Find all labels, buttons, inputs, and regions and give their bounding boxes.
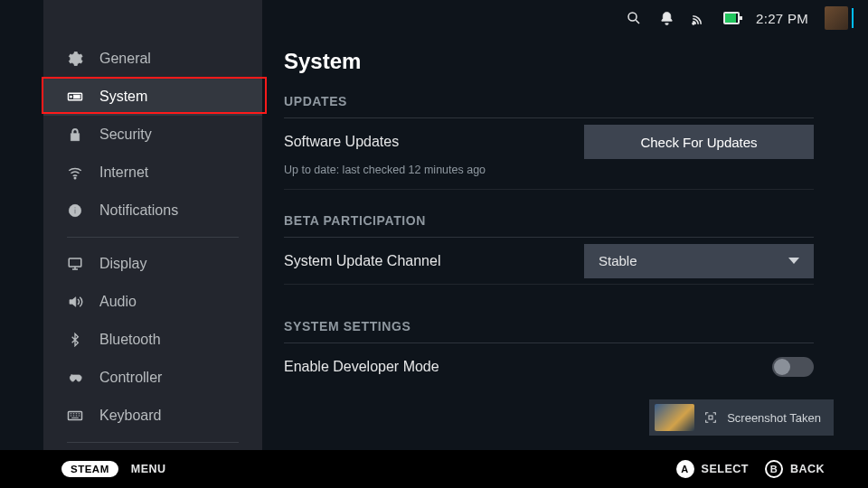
sidebar-item-security[interactable]: Security (43, 116, 262, 154)
section-heading-beta: BETA PARTICIPATION (284, 213, 814, 228)
sidebar-item-keyboard[interactable]: Keyboard (43, 397, 262, 435)
sidebar-divider (67, 442, 239, 443)
sidebar-item-label: Keyboard (99, 408, 162, 424)
battery-icon (723, 10, 740, 26)
page-title: System (284, 49, 814, 74)
update-channel-select[interactable]: Stable (584, 244, 814, 278)
bluetooth-icon (67, 332, 83, 348)
frame-icon (703, 410, 718, 425)
toggle-knob (774, 359, 790, 375)
lock-icon (67, 127, 83, 143)
update-channel-value: Stable (599, 253, 637, 268)
sidebar-item-bluetooth[interactable]: Bluetooth (43, 321, 262, 359)
hint-select-label: SELECT (702, 463, 749, 475)
info-icon (67, 202, 83, 219)
hint-back: B BACK (765, 460, 825, 478)
toast-label: Screenshot Taken (727, 411, 821, 425)
footer-left: STEAM MENU (61, 461, 166, 477)
row-developer-mode: Enable Developer Mode (284, 343, 814, 390)
hint-select: A SELECT (676, 460, 749, 478)
settings-sidebar: General System Security Internet Notific… (43, 0, 262, 452)
sidebar-item-audio[interactable]: Audio (43, 283, 262, 321)
sidebar-item-system[interactable]: System (43, 78, 262, 116)
sidebar-item-notifications[interactable]: Notifications (43, 192, 262, 230)
audio-icon (67, 294, 83, 310)
svg-rect-6 (74, 207, 75, 208)
footer-right: A SELECT B BACK (676, 460, 825, 478)
sidebar-divider (67, 237, 239, 238)
main-content: System UPDATES Software Updates Check Fo… (284, 49, 814, 443)
section-heading-updates: UPDATES (284, 94, 814, 108)
b-button-icon: B (765, 460, 783, 478)
sidebar-item-label: System (99, 89, 147, 105)
sidebar-item-controller[interactable]: Controller (43, 359, 262, 397)
sidebar-item-internet[interactable]: Internet (43, 154, 262, 192)
device-icon (67, 89, 83, 105)
sidebar-item-label: Security (99, 127, 152, 143)
svg-rect-2 (74, 95, 80, 99)
steam-button[interactable]: STEAM (61, 461, 118, 477)
svg-rect-5 (74, 210, 75, 214)
menu-label: MENU (131, 463, 166, 475)
developer-mode-toggle[interactable] (772, 357, 814, 377)
row-divider (284, 189, 814, 190)
sidebar-item-label: Controller (99, 370, 162, 386)
sidebar-item-display[interactable]: Display (43, 245, 262, 283)
sidebar-item-label: Internet (99, 164, 148, 181)
developer-mode-label: Enable Developer Mode (284, 359, 439, 375)
updates-status-text: Up to date: last checked 12 minutes ago (284, 164, 814, 176)
footer-bar: STEAM MENU A SELECT B BACK (0, 450, 868, 488)
chevron-down-icon (788, 258, 799, 264)
svg-rect-7 (69, 258, 81, 267)
sidebar-item-label: General (99, 51, 151, 67)
row-update-channel: System Update Channel Stable (284, 238, 814, 285)
wifi-icon (67, 164, 83, 181)
check-for-updates-button[interactable]: Check For Updates (584, 125, 814, 159)
cast-icon[interactable] (691, 10, 707, 26)
update-channel-label: System Update Channel (284, 253, 440, 269)
svg-point-10 (693, 23, 694, 24)
a-button-icon: A (676, 460, 694, 478)
hint-back-label: BACK (790, 463, 825, 475)
screenshot-toast: Screenshot Taken (649, 399, 834, 436)
sidebar-item-label: Bluetooth (99, 332, 161, 348)
search-icon[interactable] (626, 10, 642, 26)
sidebar-group-2: Display Audio Bluetooth Controller Keybo… (43, 245, 262, 435)
display-icon (67, 256, 83, 272)
sidebar-item-label: Audio (99, 294, 137, 310)
sidebar-item-label: Display (99, 256, 146, 272)
svg-rect-11 (709, 416, 712, 419)
svg-point-9 (628, 13, 637, 21)
sidebar-group-1: General System Security Internet Notific… (43, 40, 262, 230)
status-bar: 2:27 PM (262, 0, 868, 36)
section-heading-system-settings: SYSTEM SETTINGS (284, 319, 814, 333)
avatar[interactable] (825, 6, 848, 30)
svg-point-3 (74, 177, 76, 179)
software-updates-label: Software Updates (284, 134, 399, 150)
keyboard-icon (67, 408, 83, 424)
sidebar-item-label: Notifications (99, 202, 178, 219)
bell-icon[interactable] (658, 10, 675, 26)
sidebar-item-general[interactable]: General (43, 40, 262, 78)
status-clock: 2:27 PM (756, 11, 808, 26)
controller-icon (67, 370, 83, 386)
gear-icon (67, 51, 83, 67)
row-software-updates: Software Updates Check For Updates (284, 118, 814, 165)
settings-screen: { "status": { "clock": "2:27 PM", "icons… (0, 0, 868, 488)
svg-point-1 (70, 96, 71, 98)
screenshot-thumbnail (655, 404, 694, 431)
